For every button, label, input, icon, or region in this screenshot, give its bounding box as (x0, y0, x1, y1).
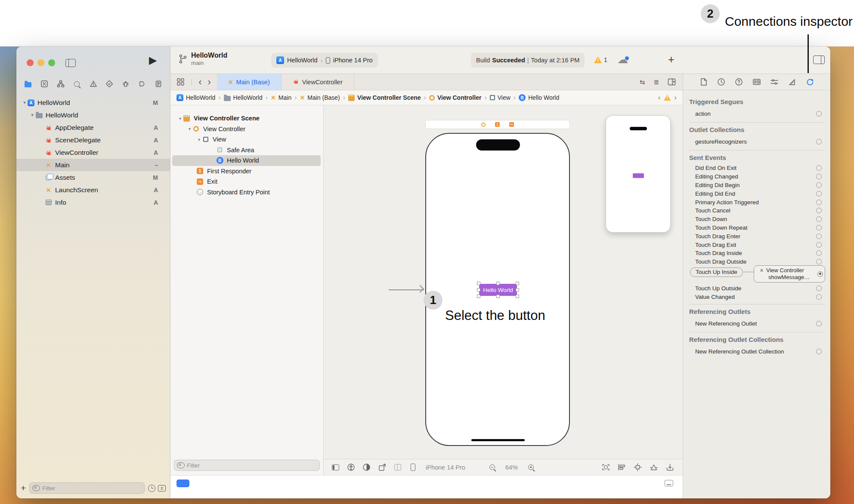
selection-handle[interactable] (477, 282, 480, 285)
scheme-selector[interactable]: A HelloWorld › iPhone 14 Pro (271, 53, 378, 68)
selection-handle[interactable] (477, 288, 480, 292)
window-minimize-button[interactable] (37, 59, 44, 66)
canvas-device-label[interactable]: iPhone 14 Pro (426, 464, 465, 471)
selection-handle[interactable] (496, 295, 500, 298)
connection-well[interactable] (816, 259, 822, 264)
resolve-autolayout-icon[interactable] (650, 464, 658, 471)
navigator-toggle-icon[interactable] (65, 59, 76, 67)
file-row-appdelegate[interactable]: AppDelegateA (16, 121, 170, 134)
crumb-scene[interactable]: View Controller Scene (348, 94, 421, 101)
navigator-filter-input[interactable] (42, 485, 142, 492)
hello-world-button[interactable]: Hello World (479, 284, 517, 296)
source-control-status-filter-icon[interactable]: ± (158, 485, 166, 492)
connection-well[interactable] (816, 242, 822, 248)
selection-handle[interactable] (516, 282, 519, 285)
event-row[interactable]: Touch Drag Exit (688, 240, 826, 249)
go-back-button[interactable]: ‹ (198, 77, 201, 88)
file-row-viewcontroller[interactable]: ViewControllerA (16, 146, 170, 159)
event-row[interactable]: Editing Changed (688, 172, 826, 181)
file-row-info-plist[interactable]: InfoA (16, 196, 170, 209)
segue-row-action[interactable]: action (688, 108, 826, 119)
connected-event-pill[interactable]: Touch Up Inside (690, 267, 743, 277)
orientation-icon[interactable] (378, 463, 386, 471)
outline-row-view-controller[interactable]: ▾ View Controller (170, 124, 323, 135)
zoom-out-icon[interactable]: − (489, 464, 495, 470)
connection-well[interactable] (816, 139, 822, 144)
event-row[interactable]: Touch Down (688, 215, 826, 224)
event-row[interactable]: Editing Did Begin (688, 181, 826, 190)
tab-viewcontroller[interactable]: ViewController (282, 74, 354, 90)
connection-well[interactable] (816, 225, 822, 230)
go-forward-button[interactable]: › (207, 77, 210, 88)
debug-navigator-tab[interactable] (121, 79, 130, 89)
related-items-icon[interactable] (176, 78, 185, 86)
event-row[interactable]: Touch Up Outside (688, 284, 826, 293)
quick-help-inspector-tab[interactable] (734, 77, 744, 87)
referencing-outlet-collection-row[interactable]: New Referencing Outlet Collection (688, 346, 826, 357)
identity-inspector-tab[interactable] (752, 77, 761, 87)
attributes-inspector-tab[interactable] (770, 77, 779, 87)
library-add-button[interactable]: + (668, 53, 675, 66)
add-constraints-icon[interactable] (634, 463, 642, 471)
first-responder-dock-icon[interactable]: 1 (495, 122, 500, 127)
outline-row-scene[interactable]: ▾ View Controller Scene (170, 113, 323, 124)
crumb-project[interactable]: AHelloWorld (176, 94, 215, 101)
connection-well[interactable] (816, 208, 822, 213)
crumb-main-base[interactable]: Main (Base) (300, 94, 340, 101)
add-file-button[interactable]: + (21, 483, 26, 493)
embed-icon[interactable] (666, 463, 674, 471)
appearance-icon[interactable] (362, 463, 371, 471)
outline-row-safe-area[interactable]: Safe Area (170, 145, 323, 156)
event-row[interactable]: Value Changed (688, 292, 826, 301)
connection-well-filled[interactable] (817, 271, 823, 277)
selection-handle[interactable] (516, 288, 519, 292)
file-row-main-storyboard[interactable]: Main– (16, 159, 170, 171)
align-icon[interactable] (618, 464, 626, 471)
previous-issue-button[interactable]: ‹ (658, 93, 661, 102)
file-inspector-tab[interactable] (699, 77, 708, 87)
add-editor-icon[interactable] (668, 78, 676, 86)
referencing-outlet-row[interactable]: New Referencing Outlet (688, 318, 826, 329)
view-controller-dock-icon[interactable] (481, 123, 486, 127)
source-control-navigator-tab[interactable] (40, 79, 49, 89)
connection-well[interactable] (816, 250, 822, 256)
warning-icon[interactable] (664, 95, 671, 101)
file-row-group[interactable]: ▾ HelloWorld (16, 109, 170, 121)
connection-well[interactable] (816, 286, 822, 291)
connection-well[interactable] (816, 191, 822, 197)
exit-dock-icon[interactable]: ↪ (509, 122, 514, 127)
crumb-view-controller[interactable]: View Controller (429, 94, 481, 101)
device-preview-thumbnail[interactable] (606, 115, 671, 233)
run-button[interactable]: ▶ (149, 54, 157, 66)
connection-well[interactable] (816, 165, 822, 171)
crumb-hello-world[interactable]: Hello World (519, 94, 559, 101)
history-inspector-tab[interactable] (716, 77, 726, 87)
split-preview-icon[interactable] (393, 463, 402, 471)
minimized-bar-indicator[interactable] (176, 479, 189, 487)
selection-handle[interactable] (477, 295, 480, 298)
selection-handle[interactable] (496, 282, 500, 285)
event-row[interactable]: Touch Drag Outside (688, 258, 826, 266)
issue-navigator-tab[interactable] (89, 79, 98, 89)
outline-toggle-icon[interactable] (331, 463, 340, 471)
zoom-level[interactable]: 64% (505, 464, 518, 471)
file-row-launchscreen[interactable]: LaunchScreenA (16, 184, 170, 196)
size-inspector-tab[interactable] (788, 77, 797, 87)
event-row[interactable]: Primary Action Triggered (688, 198, 826, 206)
event-row-touch-up-inside-connected[interactable]: Touch Up Inside ×View Controller showMes… (688, 266, 826, 284)
outlet-row-gesturerecognizers[interactable]: gestureRecognizers (688, 136, 826, 147)
crumb-view[interactable]: View (490, 94, 511, 101)
outline-row-exit[interactable]: Exit (170, 176, 323, 187)
symbol-navigator-tab[interactable] (56, 79, 65, 89)
outline-filter-input[interactable] (187, 462, 317, 469)
navigator-filter-field[interactable] (29, 482, 145, 494)
connection-well[interactable] (816, 321, 822, 326)
tab-main-storyboard[interactable]: Main (Base) (217, 74, 282, 90)
crumb-group[interactable]: HelloWorld (224, 94, 263, 101)
event-row[interactable]: Touch Down Repeat (688, 224, 826, 232)
recent-files-filter-icon[interactable] (148, 485, 155, 492)
code-review-icon[interactable]: ⇆ (640, 78, 645, 86)
event-row[interactable]: Touch Drag Enter (688, 232, 826, 240)
window-close-button[interactable] (27, 59, 34, 66)
zoom-in-icon[interactable]: + (528, 464, 534, 470)
